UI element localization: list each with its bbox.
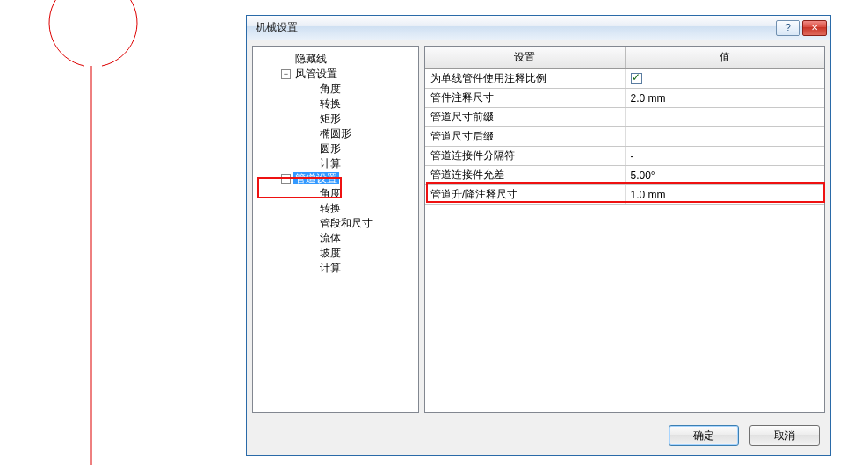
cell-setting: 管件注释尺寸	[425, 89, 626, 107]
expander-icon[interactable]: −	[281, 174, 291, 184]
canvas-drawing	[0, 0, 246, 468]
cell-setting: 管道连接件允差	[425, 166, 626, 184]
cell-value[interactable]: 1.0 mm	[626, 185, 825, 204]
cell-setting: 管道升/降注释尺寸	[425, 185, 626, 204]
dialog-title: 机械设置	[256, 20, 774, 35]
tree-item[interactable]: −管道设置	[257, 171, 415, 186]
table-row[interactable]: 管件注释尺寸2.0 mm	[425, 89, 824, 108]
tree-item[interactable]: 计算	[257, 261, 415, 276]
grid-header: 设置 值	[425, 47, 824, 69]
tree-item[interactable]: 转换	[257, 201, 415, 216]
tree-item-label: 角度	[318, 187, 343, 199]
col-header-setting[interactable]: 设置	[425, 47, 626, 68]
cell-setting: 管道尺寸后缀	[425, 127, 626, 146]
tree-item-label: 圆形	[318, 142, 343, 155]
cell-setting: 管道尺寸前缀	[425, 108, 626, 126]
tree-item[interactable]: 流体	[257, 231, 415, 246]
settings-grid: 设置 值 为单线管件使用注释比例管件注释尺寸2.0 mm管道尺寸前缀管道尺寸后缀…	[424, 46, 825, 413]
table-row[interactable]: 管道连接件允差5.00°	[425, 166, 824, 185]
mechanical-settings-dialog: 机械设置 ? ✕ 隐藏线−风管设置角度转换矩形椭圆形圆形计算−管道设置角度转换管…	[246, 15, 831, 456]
cell-value[interactable]	[626, 108, 825, 126]
titlebar: 机械设置 ? ✕	[247, 16, 830, 40]
tree-item[interactable]: 转换	[257, 97, 415, 112]
table-row[interactable]: 管道升/降注释尺寸1.0 mm	[425, 185, 824, 205]
checkbox[interactable]	[631, 73, 642, 84]
tree-item-label: 转换	[318, 97, 343, 110]
help-button[interactable]: ?	[776, 20, 800, 36]
tree-item[interactable]: 坡度	[257, 246, 415, 261]
col-header-value[interactable]: 值	[626, 47, 825, 68]
tree-item-label: 管段和尺寸	[318, 217, 374, 229]
tree-item-label: 椭圆形	[318, 127, 353, 140]
cell-setting: 为单线管件使用注释比例	[425, 69, 626, 88]
grid-rows: 为单线管件使用注释比例管件注释尺寸2.0 mm管道尺寸前缀管道尺寸后缀管道连接件…	[425, 69, 824, 205]
cancel-button[interactable]: 取消	[749, 425, 820, 446]
tree-item[interactable]: 管段和尺寸	[257, 216, 415, 231]
tree-item-label: 矩形	[318, 112, 343, 125]
tree-item-label: 转换	[318, 202, 343, 214]
tree-item[interactable]: 椭圆形	[257, 126, 415, 141]
tree-item-label: 风管设置	[293, 68, 339, 80]
settings-tree[interactable]: 隐藏线−风管设置角度转换矩形椭圆形圆形计算−管道设置角度转换管段和尺寸流体坡度计…	[252, 46, 419, 413]
tree-item-label: 角度	[318, 83, 343, 95]
cell-value[interactable]: 2.0 mm	[626, 89, 825, 107]
tree-item[interactable]: 隐藏线	[257, 52, 415, 67]
table-row[interactable]: 管道尺寸前缀	[425, 108, 824, 127]
tree-item-label: 管道设置	[293, 172, 339, 184]
tree-item-label: 坡度	[318, 247, 343, 259]
tree-item[interactable]: 角度	[257, 82, 415, 97]
close-button[interactable]: ✕	[802, 20, 827, 36]
tree-item[interactable]: 矩形	[257, 112, 415, 126]
tree-item[interactable]: 计算	[257, 156, 415, 171]
ok-button[interactable]: 确定	[669, 425, 739, 446]
table-row[interactable]: 管道尺寸后缀	[425, 127, 824, 147]
tree-item-label: 流体	[318, 232, 343, 244]
cell-value[interactable]	[626, 127, 825, 146]
cell-value[interactable]: -	[626, 147, 825, 165]
tree-item[interactable]: 角度	[257, 186, 415, 201]
table-row[interactable]: 管道连接件分隔符-	[425, 147, 824, 166]
cell-value[interactable]	[626, 69, 825, 88]
table-row[interactable]: 为单线管件使用注释比例	[425, 69, 824, 89]
cell-value[interactable]: 5.00°	[626, 166, 825, 184]
cell-setting: 管道连接件分隔符	[425, 147, 626, 165]
tree-item-label: 计算	[318, 262, 343, 274]
tree-item[interactable]: −风管设置	[257, 67, 415, 82]
tree-item-label: 计算	[318, 157, 343, 169]
dialog-body: 隐藏线−风管设置角度转换矩形椭圆形圆形计算−管道设置角度转换管段和尺寸流体坡度计…	[247, 40, 830, 418]
tree-item[interactable]: 圆形	[257, 141, 415, 156]
dialog-buttons: 确定 取消	[247, 418, 830, 455]
expander-icon[interactable]: −	[281, 69, 291, 79]
tree-item-label: 隐藏线	[293, 53, 329, 65]
